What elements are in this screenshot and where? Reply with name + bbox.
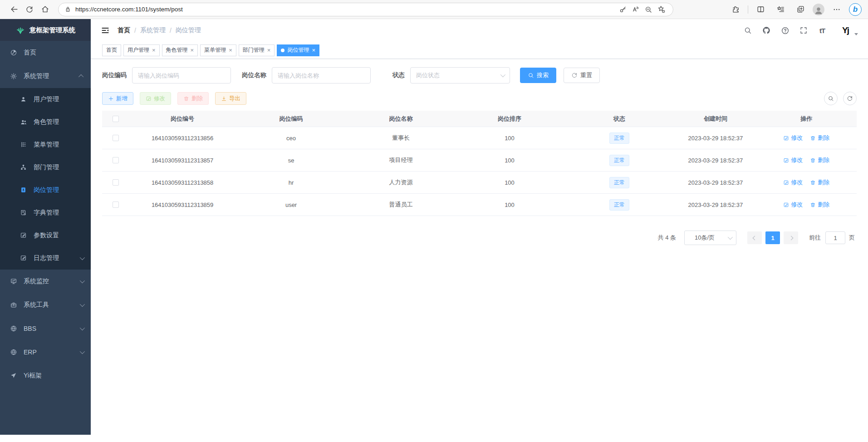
row-edit-link[interactable]: 修改 [783, 201, 803, 209]
page-size-select[interactable]: 10条/页 [684, 231, 736, 245]
tab-roles[interactable]: 角色管理× [162, 44, 198, 56]
sidebar-item-system[interactable]: 系统管理 [0, 64, 91, 88]
sidebar-item-posts[interactable]: 岗位管理 [0, 179, 91, 201]
address-bar[interactable]: https://ccnetcore.com:1101/system/post [58, 3, 673, 16]
row-checkbox[interactable] [113, 135, 119, 141]
post-name-input[interactable] [272, 67, 371, 83]
post-name: 项目经理 [347, 156, 455, 164]
user-avatar-menu[interactable]: Yj [839, 24, 858, 37]
lock-icon [64, 5, 72, 13]
edit-square-icon [20, 232, 27, 239]
extensions-icon[interactable] [728, 2, 743, 17]
post-code: ceo [235, 135, 346, 142]
bing-chat-icon[interactable]: b [849, 3, 862, 16]
sidebar-fold-icon[interactable] [98, 23, 113, 38]
tags-view-bar: 首页 用户管理× 角色管理× 菜单管理× 部门管理× 岗位管理× [91, 42, 868, 59]
browser-home-button[interactable] [37, 2, 53, 17]
tab-posts[interactable]: 岗位管理× [277, 44, 319, 56]
status-select[interactable]: 岗位状态 [410, 67, 510, 83]
header-search-icon[interactable] [743, 25, 753, 35]
add-favorite-icon[interactable] [655, 3, 667, 16]
tab-home[interactable]: 首页 [102, 44, 121, 56]
read-aloud-icon[interactable] [629, 3, 642, 16]
split-screen-icon[interactable] [753, 2, 768, 17]
sidebar-item-menus[interactable]: 菜单管理 [0, 133, 91, 156]
row-checkbox[interactable] [113, 179, 119, 186]
globe-icon [10, 349, 17, 356]
row-checkbox[interactable] [113, 201, 119, 208]
row-delete-link[interactable]: 删除 [810, 134, 829, 142]
close-icon[interactable]: × [229, 47, 232, 53]
log-edit-icon [20, 255, 27, 262]
help-icon[interactable] [780, 25, 790, 35]
goto-page-input[interactable] [825, 231, 845, 244]
close-icon[interactable]: × [267, 47, 271, 53]
user-avatar[interactable]: Yj [839, 24, 852, 37]
sidebar-item-bbs[interactable]: BBS [0, 317, 91, 340]
sidebar-item-home[interactable]: 首页 [0, 41, 91, 64]
close-icon[interactable]: × [191, 47, 194, 53]
tab-menus[interactable]: 菜单管理× [200, 44, 236, 56]
sidebar-item-users[interactable]: 用户管理 [0, 88, 91, 111]
close-icon[interactable]: × [312, 47, 315, 53]
status-badge: 正常 [609, 155, 629, 166]
sidebar-item-departments[interactable]: 部门管理 [0, 156, 91, 179]
app-logo: 意框架管理系统 [0, 19, 91, 41]
row-delete-link[interactable]: 删除 [810, 201, 829, 209]
chevron-down-icon [80, 255, 85, 260]
chevron-down-icon [80, 325, 85, 330]
post-table: 岗位编号 岗位编码 岗位名称 岗位排序 状态 创建时间 操作 164103059… [102, 111, 857, 216]
sidebar-item-tools[interactable]: 系统工具 [0, 293, 91, 317]
toolbox-icon [10, 301, 17, 309]
collections-icon[interactable] [793, 2, 808, 17]
post-code-input[interactable] [132, 67, 231, 83]
close-icon[interactable]: × [152, 47, 156, 53]
search-button[interactable]: 搜索 [520, 68, 556, 83]
sidebar-item-erp[interactable]: ERP [0, 340, 91, 364]
tab-departments[interactable]: 部门管理× [239, 44, 275, 56]
system-submenu: 用户管理 角色管理 菜单管理 部门管理 岗位管理 字典管理 [0, 88, 91, 270]
edit-button[interactable]: 修改 [140, 92, 171, 105]
table-row: 1641030593112313856 ceo 董事长 100 正常 2023-… [102, 127, 857, 149]
page-number-1[interactable]: 1 [765, 231, 780, 244]
status-label: 状态 [392, 71, 405, 79]
breadcrumb-section: 系统管理 [140, 26, 166, 34]
tab-users[interactable]: 用户管理× [123, 44, 160, 56]
sidebar-item-parameters[interactable]: 参数设置 [0, 224, 91, 247]
export-button[interactable]: 导出 [215, 92, 246, 105]
row-delete-link[interactable]: 删除 [810, 178, 829, 187]
row-checkbox[interactable] [113, 157, 119, 163]
next-page-button[interactable] [784, 231, 798, 244]
browser-menu-icon[interactable] [829, 2, 844, 17]
browser-back-button[interactable] [6, 2, 22, 17]
browser-refresh-button[interactable] [22, 2, 37, 17]
url-text[interactable]: https://ccnetcore.com:1101/system/post [75, 6, 617, 13]
chevron-down-icon [500, 72, 505, 77]
breadcrumb-home[interactable]: 首页 [118, 26, 130, 34]
sidebar-item-logs[interactable]: 日志管理 [0, 247, 91, 270]
password-key-icon[interactable] [617, 3, 629, 16]
browser-profile-avatar[interactable] [813, 4, 824, 15]
prev-page-button[interactable] [747, 231, 762, 244]
row-delete-link[interactable]: 删除 [810, 156, 829, 164]
sidebar-item-roles[interactable]: 角色管理 [0, 111, 91, 133]
delete-button[interactable]: 删除 [177, 92, 209, 105]
select-all-checkbox[interactable] [113, 116, 119, 122]
show-search-button[interactable] [824, 92, 838, 105]
post-sort: 100 [455, 179, 564, 186]
add-button[interactable]: 新增 [102, 92, 133, 105]
sidebar-item-yi-framework[interactable]: Yi框架 [0, 364, 91, 388]
refresh-table-button[interactable] [843, 92, 857, 105]
sidebar-item-monitor[interactable]: 系统监控 [0, 270, 91, 293]
reset-button[interactable]: 重置 [564, 68, 600, 83]
github-icon[interactable] [761, 25, 771, 35]
favorites-icon[interactable] [773, 2, 788, 17]
row-edit-link[interactable]: 修改 [783, 178, 803, 187]
row-edit-link[interactable]: 修改 [783, 156, 803, 164]
sidebar-item-dictionary[interactable]: 字典管理 [0, 201, 91, 224]
fullscreen-icon[interactable] [799, 25, 809, 35]
zoom-out-icon[interactable] [642, 3, 655, 16]
post-code: user [235, 201, 346, 208]
font-size-icon[interactable]: tT [817, 25, 827, 35]
row-edit-link[interactable]: 修改 [783, 134, 803, 142]
